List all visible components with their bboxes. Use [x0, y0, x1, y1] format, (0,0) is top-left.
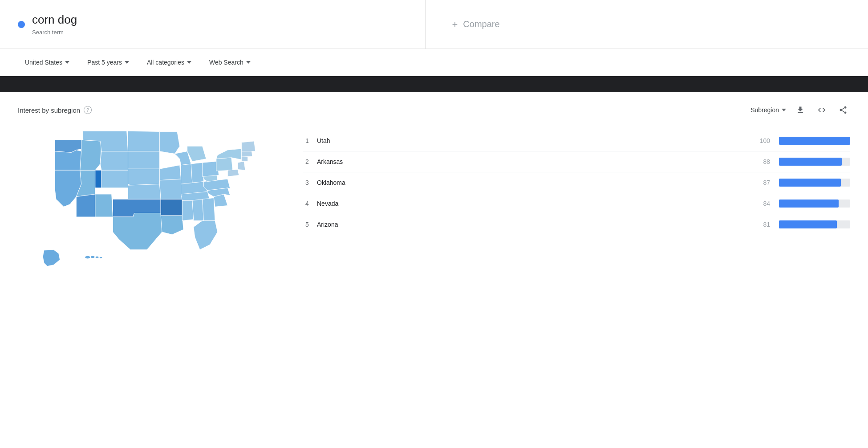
location-filter-label: United States	[25, 59, 62, 66]
bar-fill	[779, 158, 842, 166]
usa-map	[22, 126, 272, 279]
usa-map-svg	[22, 126, 272, 277]
search-term-label: Search term	[32, 29, 77, 36]
svg-point-1	[85, 256, 90, 259]
filter-bar: United States Past 5 years All categorie…	[0, 49, 868, 76]
section-title-group: Interest by subregion ?	[18, 106, 92, 114]
time-filter[interactable]: Past 5 years	[80, 54, 136, 70]
search-term-name: corn dog	[32, 13, 77, 27]
rank-number: 2	[303, 158, 312, 165]
main-content: Interest by subregion ? Subregion	[0, 92, 868, 289]
search-dot	[18, 21, 25, 28]
bar-container	[779, 220, 850, 228]
map-data-section: 1 Utah 100 2 Arkansas 88 3 Oklahoma 87 4…	[18, 126, 850, 279]
search-bar-section: corn dog Search term + Compare	[0, 0, 868, 49]
section-controls: Subregion	[750, 103, 850, 117]
section-header: Interest by subregion ? Subregion	[18, 103, 850, 117]
category-filter-label: All categories	[147, 59, 184, 66]
location-filter[interactable]: United States	[18, 54, 77, 70]
bar-container	[779, 137, 850, 145]
help-icon[interactable]: ?	[84, 106, 92, 114]
subregion-chevron-icon	[782, 109, 786, 111]
region-name: Utah	[317, 137, 749, 144]
share-button[interactable]	[836, 103, 850, 117]
subregion-label: Subregion	[750, 106, 779, 114]
svg-point-2	[91, 256, 95, 258]
search-type-filter-label: Web Search	[209, 59, 243, 66]
subregion-select[interactable]: Subregion	[750, 106, 786, 114]
svg-point-3	[96, 257, 99, 258]
location-chevron-icon	[65, 61, 69, 64]
data-row[interactable]: 1 Utah 100	[303, 130, 850, 151]
region-name: Nevada	[317, 200, 749, 207]
code-icon	[817, 106, 826, 114]
search-type-chevron-icon	[246, 61, 251, 64]
compare-box[interactable]: + Compare	[426, 0, 868, 49]
category-filter[interactable]: All categories	[140, 54, 199, 70]
time-chevron-icon	[125, 61, 129, 64]
bar-fill	[779, 179, 841, 187]
share-icon	[839, 106, 848, 114]
map-container	[18, 126, 276, 279]
data-list: 1 Utah 100 2 Arkansas 88 3 Oklahoma 87 4…	[303, 126, 850, 235]
rank-number: 3	[303, 179, 312, 186]
rank-number: 4	[303, 200, 312, 207]
bar-container	[779, 200, 850, 208]
category-chevron-icon	[187, 61, 191, 64]
region-name: Arkansas	[317, 158, 749, 165]
data-value: 84	[754, 200, 770, 207]
bar-fill	[779, 137, 850, 145]
search-text-group: corn dog Search term	[32, 13, 77, 35]
section-title: Interest by subregion	[18, 106, 80, 114]
data-row[interactable]: 2 Arkansas 88	[303, 151, 850, 172]
black-divider-bar	[0, 76, 868, 92]
time-filter-label: Past 5 years	[87, 59, 122, 66]
data-value: 81	[754, 221, 770, 228]
search-type-filter[interactable]: Web Search	[202, 54, 258, 70]
region-name: Oklahoma	[317, 179, 749, 186]
data-row[interactable]: 3 Oklahoma 87	[303, 172, 850, 193]
download-icon	[796, 106, 805, 114]
bar-container	[779, 158, 850, 166]
compare-plus-icon: +	[452, 19, 458, 30]
svg-point-4	[100, 257, 102, 258]
bar-fill	[779, 220, 837, 228]
compare-label: Compare	[463, 19, 499, 29]
download-button[interactable]	[793, 103, 807, 117]
data-value: 100	[754, 137, 770, 144]
help-icon-text: ?	[86, 107, 89, 113]
data-value: 87	[754, 179, 770, 186]
search-term-box: corn dog Search term	[0, 0, 426, 49]
data-row[interactable]: 4 Nevada 84	[303, 193, 850, 214]
rank-number: 1	[303, 137, 312, 144]
embed-button[interactable]	[815, 103, 829, 117]
data-row[interactable]: 5 Arizona 81	[303, 214, 850, 235]
region-name: Arizona	[317, 221, 749, 228]
bar-container	[779, 179, 850, 187]
rank-number: 5	[303, 221, 312, 228]
bar-fill	[779, 200, 839, 208]
data-value: 88	[754, 158, 770, 165]
